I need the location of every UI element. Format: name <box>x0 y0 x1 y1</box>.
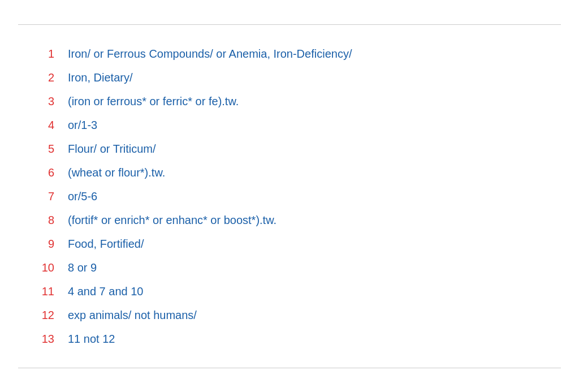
row-content: (fortif* or enrich* or enhanc* or boost*… <box>68 212 276 229</box>
table-row: 3(iron or ferrous* or ferric* or fe).tw. <box>41 89 538 113</box>
table-row: 108 or 9 <box>41 256 538 279</box>
row-number: 12 <box>41 307 68 324</box>
table-row: 5Flour/ or Triticum/ <box>41 137 538 161</box>
table-row: 8(fortif* or enrich* or enhanc* or boost… <box>41 208 538 232</box>
table-row: 114 and 7 and 10 <box>41 279 538 303</box>
table-row: 1Iron/ or Ferrous Compounds/ or Anemia, … <box>41 42 538 66</box>
row-content: exp animals/ not humans/ <box>68 307 197 324</box>
row-content: Iron/ or Ferrous Compounds/ or Anemia, I… <box>68 45 352 62</box>
table-row: 7or/5-6 <box>41 184 538 208</box>
row-content: or/1-3 <box>68 117 97 133</box>
row-number: 2 <box>41 69 68 86</box>
row-number: 1 <box>41 45 68 62</box>
row-content: 11 not 12 <box>68 330 115 347</box>
table-row: 12exp animals/ not humans/ <box>41 303 538 327</box>
row-content: 4 and 7 and 10 <box>68 283 143 300</box>
row-number: 9 <box>41 235 68 252</box>
row-number: 6 <box>41 164 68 181</box>
row-content: Flour/ or Triticum/ <box>68 140 156 157</box>
table-row: 2Iron, Dietary/ <box>41 66 538 89</box>
table-row: 4or/1-3 <box>41 113 538 137</box>
row-number: 5 <box>41 140 68 157</box>
table-row: 1311 not 12 <box>41 327 538 351</box>
search-strategy-table: 1Iron/ or Ferrous Compounds/ or Anemia, … <box>18 24 561 368</box>
row-number: 11 <box>41 283 68 300</box>
row-content: (iron or ferrous* or ferric* or fe).tw. <box>68 93 239 110</box>
row-number: 8 <box>41 212 68 229</box>
row-number: 4 <box>41 117 68 133</box>
row-content: 8 or 9 <box>68 259 97 276</box>
table-row: 6(wheat or flour*).tw. <box>41 161 538 184</box>
row-number: 13 <box>41 330 68 347</box>
row-number: 7 <box>41 188 68 205</box>
row-content: or/5-6 <box>68 188 97 205</box>
row-content: Food, Fortified/ <box>68 235 144 252</box>
table-row: 9Food, Fortified/ <box>41 232 538 256</box>
row-content: (wheat or flour*).tw. <box>68 164 165 181</box>
row-number: 10 <box>41 259 68 276</box>
row-number: 3 <box>41 93 68 110</box>
row-content: Iron, Dietary/ <box>68 69 132 86</box>
